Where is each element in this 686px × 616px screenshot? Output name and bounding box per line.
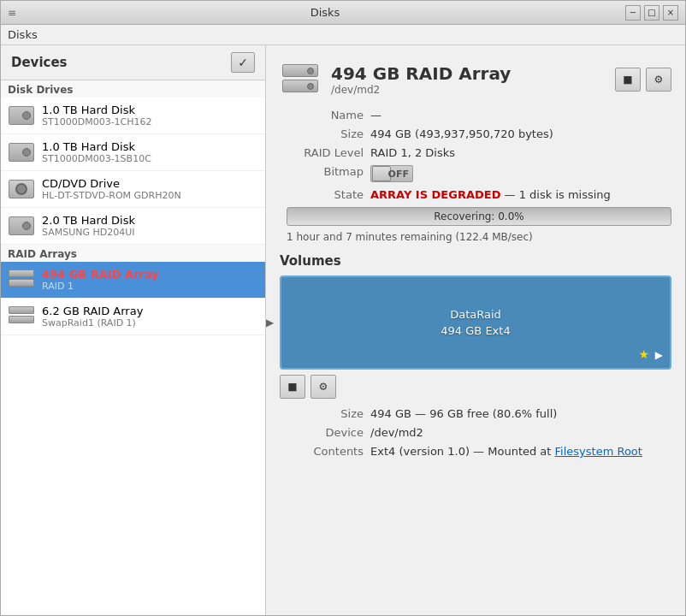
- close-button[interactable]: ×: [663, 5, 678, 21]
- raid-icon-2: [8, 303, 35, 330]
- dvd-icon: [8, 175, 35, 203]
- main-area: Devices ✓ Disk Drives 1.0 TB Hard Disk S…: [1, 45, 685, 615]
- filesystem-root-link[interactable]: Filesystem Root: [555, 445, 642, 458]
- left-panel: Devices ✓ Disk Drives 1.0 TB Hard Disk S…: [1, 45, 266, 615]
- volume-box[interactable]: DataRaid 494 GB Ext4 ★ ▶: [280, 275, 671, 370]
- device-info-4: 2.0 TB Hard Disk SAMSUNG HD204UI: [42, 214, 135, 238]
- device-name: 2.0 TB Hard Disk: [42, 214, 135, 227]
- right-panel: 494 GB RAID Array /dev/md2 ■ ⚙ Name — Si…: [266, 45, 685, 615]
- main-window: ≡ Disks − □ × Disks Devices ✓ Disk Drive…: [0, 0, 686, 616]
- stop-button[interactable]: ■: [615, 68, 641, 92]
- disk-drives-label: Disk Drives: [1, 80, 265, 98]
- device-name: CD/DVD Drive: [42, 177, 181, 190]
- check-button[interactable]: ✓: [231, 52, 255, 73]
- window-title: Disks: [25, 6, 625, 19]
- hdd-icon-2: [8, 139, 35, 166]
- header-buttons: ■ ⚙: [615, 68, 671, 92]
- device-name: 494 GB RAID Array: [42, 268, 159, 281]
- bitmap-label: Bitmap: [287, 163, 364, 184]
- raid-detail-header: 494 GB RAID Array /dev/md2 ■ ⚙: [280, 59, 671, 100]
- device-info-raid-2: 6.2 GB RAID Array SwapRaid1 (RAID 1): [42, 305, 143, 329]
- raid-icon-1: [8, 266, 35, 293]
- list-item[interactable]: CD/DVD Drive HL-DT-STDVD-ROM GDRH20N: [1, 171, 265, 208]
- bitmap-value: OFF: [370, 163, 671, 184]
- volume-settings-button[interactable]: ⚙: [310, 375, 336, 399]
- titlebar: ≡ Disks − □ ×: [1, 1, 685, 25]
- volumes-section: Volumes ▶ DataRaid 494 GB Ext4 ★ ▶ ■ ⚙: [280, 253, 671, 459]
- state-degraded: ARRAY IS DEGRADED: [370, 188, 500, 201]
- vol-device-value: /dev/md2: [370, 424, 671, 441]
- devices-title: Devices: [11, 55, 68, 70]
- volume-controls: ■ ⚙: [280, 375, 671, 399]
- devices-header: Devices ✓: [1, 45, 265, 80]
- device-info-2: 1.0 TB Hard Disk ST1000DM003-1SB10C: [42, 140, 151, 164]
- vol-size-label: Size: [287, 406, 364, 422]
- raid-title-group: 494 GB RAID Array /dev/md2: [331, 63, 605, 96]
- info-table: Name — Size 494 GB (493,937,950,720 byte…: [287, 107, 671, 243]
- bitmap-toggle[interactable]: OFF: [370, 165, 413, 182]
- raid-level-label: RAID Level: [287, 145, 364, 161]
- contents-text: Ext4 (version 1.0) — Mounted at: [370, 445, 555, 458]
- settings-button[interactable]: ⚙: [646, 68, 671, 92]
- device-name: 6.2 GB RAID Array: [42, 305, 143, 317]
- device-info-3: CD/DVD Drive HL-DT-STDVD-ROM GDRH20N: [42, 177, 181, 201]
- volume-info-table: Size 494 GB — 96 GB free (80.6% full) De…: [287, 406, 671, 459]
- time-remaining: 1 hour and 7 minutes remaining (122.4 MB…: [287, 231, 671, 243]
- raid-detail-title: 494 GB RAID Array: [331, 63, 605, 84]
- state-label: State: [287, 187, 364, 203]
- device-name: 1.0 TB Hard Disk: [42, 104, 152, 116]
- vol-contents-label: Contents: [287, 443, 364, 459]
- list-item[interactable]: 1.0 TB Hard Disk ST1000DM003-1CH162: [1, 98, 265, 134]
- volumes-title: Volumes: [280, 253, 671, 269]
- raid-detail-icon: [280, 59, 321, 100]
- device-sub: ST1000DM003-1CH162: [42, 116, 152, 127]
- device-name: 1.0 TB Hard Disk: [42, 140, 151, 153]
- device-sub: SAMSUNG HD204UI: [42, 227, 135, 238]
- minimize-button[interactable]: −: [625, 5, 641, 21]
- list-item[interactable]: 1.0 TB Hard Disk ST1000DM003-1SB10C: [1, 134, 265, 171]
- hdd-icon-1: [8, 102, 35, 129]
- device-info-raid-1: 494 GB RAID Array RAID 1: [42, 268, 159, 292]
- device-sub: RAID 1: [42, 281, 159, 292]
- state-value: ARRAY IS DEGRADED — 1 disk is missing: [370, 187, 671, 203]
- arrow-icon: ▶: [655, 349, 663, 361]
- device-info-1: 1.0 TB Hard Disk ST1000DM003-1CH162: [42, 104, 152, 127]
- progress-container: Recovering: 0.0%: [287, 207, 671, 226]
- list-item[interactable]: 2.0 TB Hard Disk SAMSUNG HD204UI: [1, 208, 265, 245]
- size-value: 494 GB (493,937,950,720 bytes): [370, 126, 671, 142]
- size-label: Size: [287, 126, 364, 142]
- toggle-off-label: OFF: [388, 169, 409, 180]
- device-sub: ST1000DM003-1SB10C: [42, 153, 151, 164]
- vol-contents-value: Ext4 (version 1.0) — Mounted at Filesyst…: [370, 443, 671, 459]
- volume-name: DataRaid: [441, 306, 510, 323]
- list-item[interactable]: 6.2 GB RAID Array SwapRaid1 (RAID 1): [1, 299, 265, 335]
- progress-label: Recovering: 0.0%: [434, 210, 523, 222]
- volume-wrapper: ▶ DataRaid 494 GB Ext4 ★ ▶: [280, 275, 671, 370]
- volume-size: 494 GB Ext4: [441, 323, 510, 340]
- device-list: Disk Drives 1.0 TB Hard Disk ST1000DM003…: [1, 80, 265, 615]
- star-icon: ★: [638, 347, 649, 361]
- menubar-label: Disks: [8, 28, 38, 41]
- app-icon: ≡: [8, 7, 25, 19]
- name-value: —: [370, 107, 671, 123]
- raid-arrays-label: RAID Arrays: [1, 245, 265, 262]
- state-extra: — 1 disk is missing: [500, 188, 610, 201]
- volume-label: DataRaid 494 GB Ext4: [441, 306, 510, 340]
- raid-detail-subtitle: /dev/md2: [331, 84, 605, 96]
- name-label: Name: [287, 107, 364, 123]
- vol-size-value: 494 GB — 96 GB free (80.6% full): [370, 406, 671, 422]
- menubar: Disks: [1, 25, 685, 45]
- vol-device-label: Device: [287, 424, 364, 441]
- side-arrow-icon: ▶: [266, 317, 274, 329]
- volume-stop-button[interactable]: ■: [280, 375, 305, 399]
- device-sub: HL-DT-STDVD-ROM GDRH20N: [42, 190, 181, 201]
- device-sub: SwapRaid1 (RAID 1): [42, 317, 143, 329]
- progress-bar: Recovering: 0.0%: [287, 207, 671, 226]
- raid-level-value: RAID 1, 2 Disks: [370, 145, 671, 161]
- list-item[interactable]: 494 GB RAID Array RAID 1: [1, 262, 265, 299]
- maximize-button[interactable]: □: [644, 5, 659, 21]
- hdd-icon-4: [8, 212, 35, 240]
- window-controls: − □ ×: [625, 5, 678, 21]
